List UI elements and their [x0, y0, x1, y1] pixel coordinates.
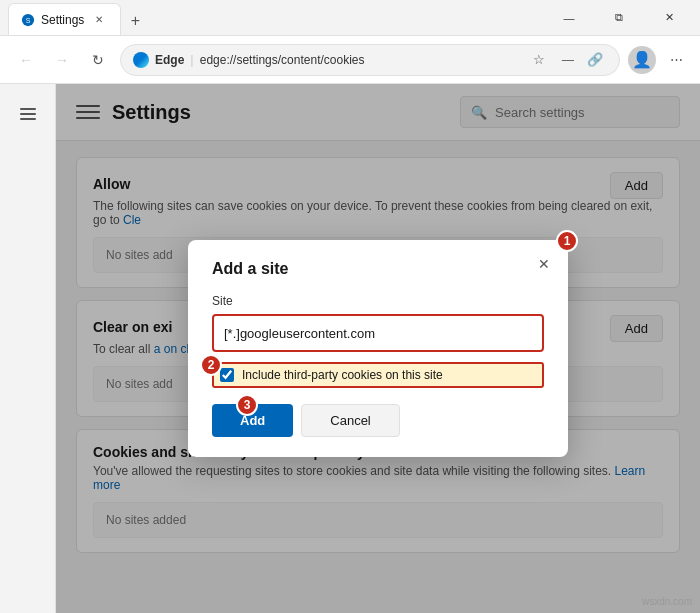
address-divider: | — [190, 52, 193, 67]
share-icon[interactable]: 🔗 — [583, 48, 607, 72]
site-field-label: Site — [212, 294, 544, 308]
back-button[interactable]: ← — [12, 46, 40, 74]
site-input[interactable] — [212, 314, 544, 352]
annotation-2: 2 — [200, 354, 222, 376]
checkbox-label: Include third-party cookies on this site — [242, 368, 443, 382]
address-bar-input[interactable]: Edge | edge://settings/content/cookies ☆… — [120, 44, 620, 76]
settings-sidebar — [0, 84, 56, 613]
tab-close-button[interactable]: ✕ — [90, 11, 108, 29]
close-button[interactable]: ✕ — [646, 2, 692, 34]
browser-titlebar: S Settings ✕ + — ⧉ ✕ — [0, 0, 700, 36]
annotation-3: 3 — [236, 394, 258, 416]
dialog-cancel-button[interactable]: Cancel — [301, 404, 399, 437]
profile-icon[interactable]: 👤 — [628, 46, 656, 74]
tab-favicon: S — [21, 13, 35, 27]
third-party-checkbox[interactable] — [220, 368, 234, 382]
new-tab-button[interactable]: + — [121, 7, 149, 35]
dialog-actions: 3 Add Cancel — [212, 404, 544, 437]
address-icons: ☆ ⸻ 🔗 — [527, 48, 607, 72]
maximize-button[interactable]: ⧉ — [596, 2, 642, 34]
watermark: wsxdn.com — [642, 596, 692, 607]
add-site-dialog: 1 Add a site ✕ Site 2 Include third-part… — [188, 240, 568, 457]
checkbox-wrap: 2 Include third-party cookies on this si… — [212, 362, 544, 388]
menu-icon[interactable]: ⋯ — [664, 48, 688, 72]
content-area: Settings 🔍 Allow Add The following sites… — [0, 84, 700, 613]
active-tab[interactable]: S Settings ✕ — [8, 3, 121, 35]
minimize-button[interactable]: — — [546, 2, 592, 34]
annotation-1: 1 — [556, 230, 578, 252]
window-controls: — ⧉ ✕ — [546, 2, 692, 34]
tab-area: S Settings ✕ + — [8, 0, 546, 35]
hamburger-sidebar-icon[interactable] — [10, 96, 46, 132]
settings-main: Settings 🔍 Allow Add The following sites… — [56, 84, 700, 613]
star-icon[interactable]: ☆ — [527, 48, 551, 72]
refresh-button[interactable]: ↻ — [84, 46, 112, 74]
tab-title: Settings — [41, 13, 84, 27]
address-bar: ← → ↻ Edge | edge://settings/content/coo… — [0, 36, 700, 84]
edge-logo-icon — [133, 52, 149, 68]
svg-text:S: S — [26, 16, 31, 23]
address-text: edge://settings/content/cookies — [200, 53, 521, 67]
dialog-close-button[interactable]: ✕ — [532, 252, 556, 276]
forward-button[interactable]: → — [48, 46, 76, 74]
edge-label: Edge — [155, 53, 184, 67]
checkbox-row: Include third-party cookies on this site — [212, 362, 544, 388]
dialog-title: Add a site — [212, 260, 544, 278]
modal-overlay: 1 Add a site ✕ Site 2 Include third-part… — [56, 84, 700, 613]
collections-icon[interactable]: ⸻ — [555, 48, 579, 72]
